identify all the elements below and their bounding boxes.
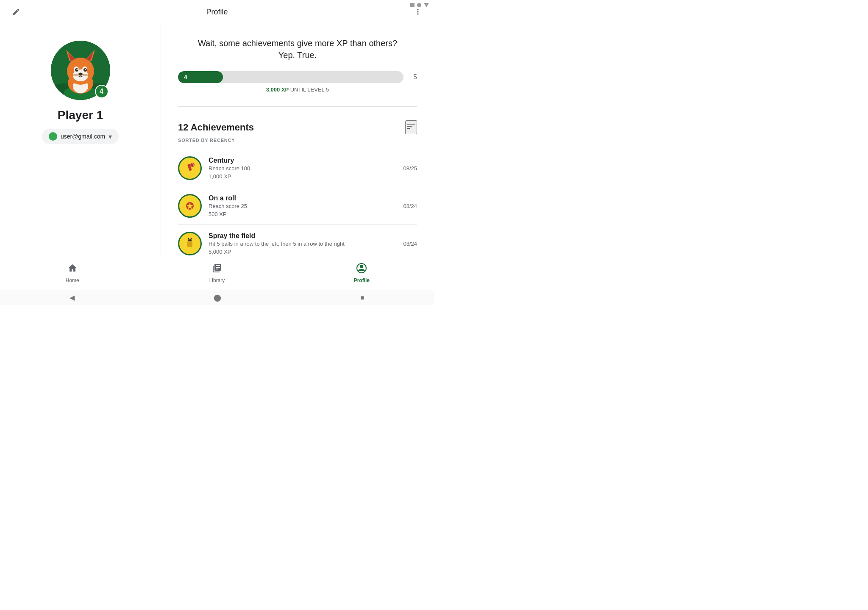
bottom-nav: Home Library Profile xyxy=(0,256,434,290)
edit-button[interactable] xyxy=(8,4,24,19)
xp-until-text: 3,000 XP UNTIL LEVEL 5 xyxy=(178,86,417,93)
svg-point-18 xyxy=(78,73,83,76)
achievement-desc-spray: Hit 5 balls in a row to the left, then 5… xyxy=(209,241,390,247)
xp-section: Wait, some achievements give more XP tha… xyxy=(178,37,417,107)
back-button[interactable]: ◀ xyxy=(61,292,83,303)
svg-point-17 xyxy=(85,69,86,70)
achievement-xp-spray: 5,000 XP xyxy=(209,249,390,255)
century-achievement-icon xyxy=(178,156,202,180)
achievement-date-spray: 08/24 xyxy=(397,241,417,247)
achievement-desc-century: Reach score 100 xyxy=(209,165,390,172)
achievement-info-on-a-roll: On a roll Reach score 25 500 XP xyxy=(209,194,390,217)
home-nav-label: Home xyxy=(66,277,79,283)
xp-headline: Wait, some achievements give more XP tha… xyxy=(178,37,417,61)
sort-button[interactable] xyxy=(405,120,417,134)
achievement-info-century: Century Reach score 100 1,000 XP xyxy=(209,157,390,180)
account-selector-button[interactable]: user@gmail.com ▾ xyxy=(42,129,119,144)
achievement-item-on-a-roll: On a roll Reach score 25 500 XP 08/24 xyxy=(178,187,417,225)
on-a-roll-achievement-icon xyxy=(178,194,202,218)
svg-point-25 xyxy=(190,163,195,167)
achievement-name-on-a-roll: On a roll xyxy=(209,194,390,202)
achievement-name-spray: Spray the field xyxy=(209,232,390,240)
status-square-icon xyxy=(410,3,415,7)
system-nav-bar: ◀ ⬤ ■ xyxy=(0,290,434,305)
svg-point-33 xyxy=(190,239,192,241)
nav-home[interactable]: Home xyxy=(0,260,145,287)
achievements-title: 12 Achievements xyxy=(178,122,254,133)
progress-bar: 4 xyxy=(178,71,403,83)
achievements-header: 12 Achievements xyxy=(178,120,417,134)
status-circle-icon xyxy=(417,3,421,7)
status-triangle-icon xyxy=(424,3,429,7)
achievement-date-on-a-roll: 08/24 xyxy=(397,203,417,209)
svg-point-32 xyxy=(188,239,190,241)
page-title: Profile xyxy=(206,8,228,17)
chevron-down-icon: ▾ xyxy=(108,133,112,141)
account-email: user@gmail.com xyxy=(61,133,105,140)
status-bar xyxy=(410,0,434,10)
achievement-date-century: 08/25 xyxy=(397,165,417,172)
svg-point-16 xyxy=(76,69,78,70)
account-dot-icon xyxy=(49,132,57,141)
avatar-container: 4 xyxy=(51,41,110,100)
achievement-name-century: Century xyxy=(209,157,390,164)
spray-achievement-icon xyxy=(178,232,202,255)
level-badge: 4 xyxy=(95,85,108,98)
profile-icon xyxy=(356,263,367,276)
achievement-info-spray: Spray the field Hit 5 balls in a row to … xyxy=(209,232,390,255)
app-bar: Profile xyxy=(0,0,434,24)
progress-bar-fill: 4 xyxy=(178,71,223,83)
recents-button[interactable]: ■ xyxy=(352,292,373,303)
nav-library[interactable]: Library xyxy=(145,260,289,287)
library-nav-label: Library xyxy=(209,277,225,283)
library-icon xyxy=(212,263,222,276)
achievements-section: 12 Achievements SORTED BY RECENCY xyxy=(178,120,417,263)
main-content: 4 Player 1 user@gmail.com ▾ Wait, some a… xyxy=(0,24,434,263)
home-icon xyxy=(67,263,78,276)
achievement-desc-on-a-roll: Reach score 25 xyxy=(209,203,390,209)
profile-nav-label: Profile xyxy=(354,277,370,283)
left-panel: 4 Player 1 user@gmail.com ▾ xyxy=(0,24,161,263)
right-panel[interactable]: Wait, some achievements give more XP tha… xyxy=(161,24,434,263)
achievement-xp-century: 1,000 XP xyxy=(209,173,390,180)
home-system-button[interactable]: ⬤ xyxy=(205,292,230,303)
progress-next-level: 5 xyxy=(409,73,417,81)
nav-profile[interactable]: Profile xyxy=(289,260,434,287)
achievement-item-century: Century Reach score 100 1,000 XP 08/25 xyxy=(178,150,417,187)
sort-label: SORTED BY RECENCY xyxy=(178,138,417,143)
achievement-xp-on-a-roll: 500 XP xyxy=(209,211,390,217)
player-name: Player 1 xyxy=(58,108,103,122)
progress-current-level: 4 xyxy=(184,74,187,80)
progress-container: 4 5 xyxy=(178,71,417,83)
